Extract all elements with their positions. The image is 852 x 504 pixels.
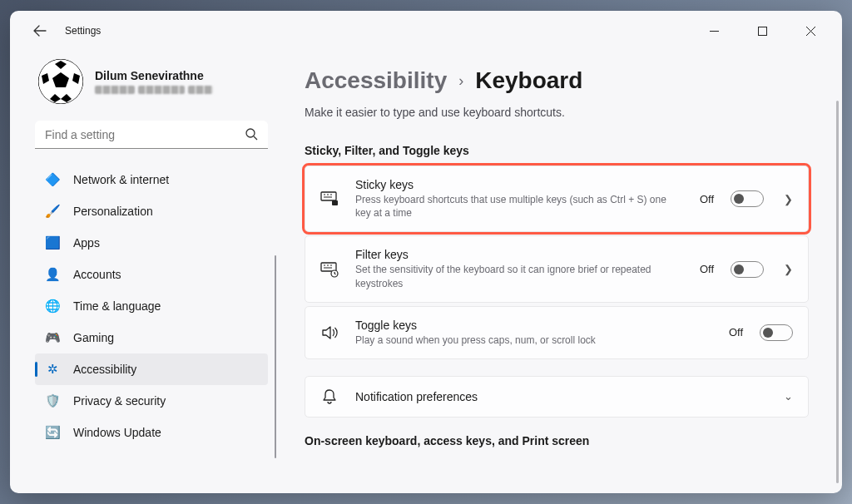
bell-icon (320, 388, 339, 405)
sidebar-item-network[interactable]: 🔷Network & internet (35, 164, 268, 195)
sidebar-item-label: Windows Update (73, 426, 161, 439)
svg-rect-0 (758, 27, 766, 35)
section-title-sticky: Sticky, Filter, and Toggle keys (305, 144, 809, 157)
settings-window: Settings Dilum Senevirathne (10, 11, 842, 493)
svg-marker-5 (42, 73, 49, 84)
gamepad-icon: 🎮 (45, 330, 60, 345)
sidebar-item-apps[interactable]: 🟦Apps (35, 227, 268, 259)
sidebar: Dilum Senevirathne 🔷Network & internet 🖌… (10, 51, 276, 493)
person-icon: 👤 (45, 267, 60, 282)
card-desc: Set the sensitivity of the keyboard so i… (355, 263, 671, 289)
close-button[interactable] (794, 17, 827, 44)
accessibility-icon: ✲ (45, 362, 60, 377)
soccer-ball-icon (38, 59, 83, 104)
toggle-keys-toggle[interactable] (760, 324, 793, 341)
card-title: Sticky keys (355, 178, 683, 191)
scrollbar[interactable] (836, 101, 839, 483)
keyboard-icon (320, 190, 339, 207)
back-button[interactable] (27, 17, 53, 44)
svg-marker-3 (52, 72, 69, 87)
chevron-right-icon: › (458, 72, 463, 90)
nav-list: 🔷Network & internet 🖌️Personalization 🟦A… (35, 164, 268, 448)
apps-icon: 🟦 (45, 235, 60, 250)
sidebar-item-accessibility[interactable]: ✲Accessibility (35, 353, 268, 385)
sidebar-item-update[interactable]: 🔄Windows Update (35, 417, 268, 448)
toggle-state: Off (700, 263, 714, 275)
sidebar-item-privacy[interactable]: 🛡️Privacy & security (35, 385, 268, 417)
sidebar-item-label: Privacy & security (73, 394, 166, 408)
toggle-state: Off (729, 326, 743, 338)
avatar (38, 59, 83, 104)
search-box (35, 121, 268, 149)
profile[interactable]: Dilum Senevirathne (35, 59, 268, 104)
maximize-icon (758, 27, 767, 36)
titlebar: Settings (10, 11, 842, 51)
chevron-right-icon: ❯ (784, 193, 793, 205)
profile-name: Dilum Senevirathne (95, 69, 213, 82)
search-icon (245, 127, 258, 144)
sidebar-item-gaming[interactable]: 🎮Gaming (35, 322, 268, 353)
toggle-keys-card[interactable]: Toggle keys Play a sound when you press … (305, 306, 809, 359)
svg-rect-10 (321, 192, 336, 200)
brush-icon: 🖌️ (45, 204, 60, 219)
sidebar-item-label: Time & language (73, 299, 161, 313)
sidebar-item-personalization[interactable]: 🖌️Personalization (35, 195, 268, 227)
page-description: Make it easier to type and use keyboard … (305, 106, 809, 119)
page-title: Keyboard (475, 67, 582, 94)
chevron-right-icon: ❯ (784, 263, 793, 275)
sidebar-item-label: Apps (73, 236, 100, 250)
app-title: Settings (65, 25, 101, 37)
sticky-keys-toggle[interactable] (731, 190, 764, 207)
main-content: Accessibility › Keyboard Make it easier … (276, 51, 842, 493)
chevron-down-icon: ⌄ (784, 390, 793, 403)
minimize-icon (710, 27, 719, 36)
filter-keys-card[interactable]: Filter keys Set the sensitivity of the k… (305, 235, 809, 302)
filter-keys-toggle[interactable] (731, 261, 764, 278)
minimize-button[interactable] (697, 17, 731, 44)
card-title: Toggle keys (355, 319, 712, 332)
keyboard-clock-icon (320, 261, 339, 278)
sidebar-item-label: Accounts (73, 268, 121, 281)
toggle-state: Off (700, 193, 714, 205)
card-title: Notification preferences (355, 390, 764, 403)
svg-marker-6 (72, 73, 80, 84)
wifi-icon: 🔷 (45, 172, 60, 187)
svg-marker-4 (55, 61, 67, 69)
speaker-icon (320, 325, 339, 340)
svg-rect-11 (332, 200, 338, 205)
svg-point-9 (246, 129, 255, 137)
back-arrow-icon (33, 24, 47, 37)
sticky-keys-card[interactable]: Sticky keys Press keyboard shortcuts tha… (305, 166, 809, 232)
card-desc: Play a sound when you press caps, num, o… (355, 334, 671, 347)
sidebar-item-label: Accessibility (73, 363, 136, 376)
sidebar-item-label: Network & internet (73, 173, 169, 186)
breadcrumb: Accessibility › Keyboard (305, 67, 809, 94)
card-desc: Press keyboard shortcuts that use multip… (355, 193, 671, 220)
sidebar-item-label: Personalization (73, 205, 153, 218)
update-icon: 🔄 (45, 425, 60, 440)
notification-preferences-card[interactable]: Notification preferences ⌄ (305, 376, 809, 418)
close-icon (806, 27, 815, 36)
breadcrumb-parent[interactable]: Accessibility (305, 67, 447, 94)
sidebar-item-time[interactable]: 🌐Time & language (35, 290, 268, 322)
card-title: Filter keys (355, 248, 683, 261)
profile-email (95, 86, 213, 94)
search-input[interactable] (35, 121, 268, 149)
window-controls (697, 17, 835, 44)
sidebar-item-label: Gaming (73, 331, 114, 344)
section-title-onscreen: On-screen keyboard, access keys, and Pri… (305, 434, 809, 447)
maximize-button[interactable] (746, 17, 779, 44)
shield-icon: 🛡️ (45, 393, 60, 408)
globe-icon: 🌐 (45, 299, 60, 314)
svg-point-2 (38, 59, 83, 104)
sidebar-item-accounts[interactable]: 👤Accounts (35, 259, 268, 290)
